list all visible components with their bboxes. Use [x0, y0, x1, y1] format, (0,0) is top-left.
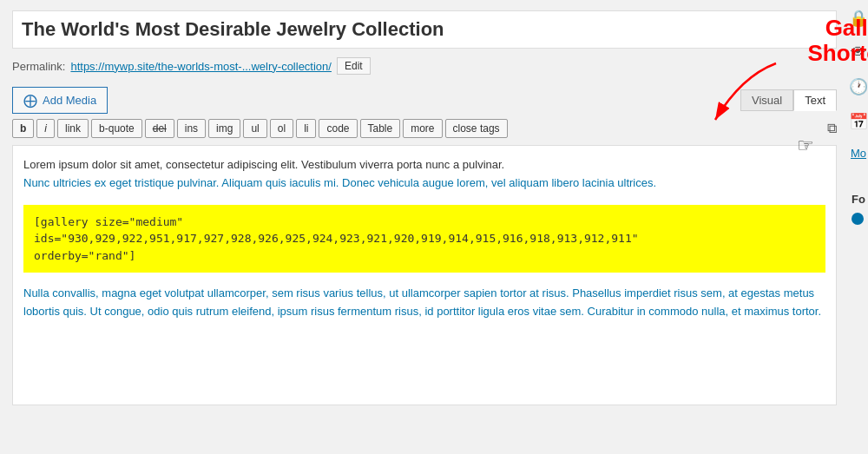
format-code[interactable]: code — [319, 119, 357, 138]
post-title-input[interactable] — [12, 10, 837, 49]
editor-area[interactable]: Lorem ipsum dolor sit amet, consectetur … — [12, 145, 837, 405]
add-media-icon: ⨁ — [23, 92, 37, 109]
eye-icon[interactable]: 👁 — [851, 43, 866, 62]
tab-text[interactable]: Text — [793, 89, 837, 111]
format-close-tags[interactable]: close tags — [445, 119, 508, 138]
para1-normal-text: Lorem ipsum dolor sit amet, consectetur … — [23, 158, 504, 171]
permalink-label: Permalink: — [12, 60, 65, 73]
calendar-icon[interactable]: 📅 — [849, 112, 868, 131]
radio-selected[interactable] — [852, 213, 864, 225]
editor-paragraph-2: Nulla convallis, magna eget volutpat ull… — [23, 285, 825, 321]
format-img[interactable]: img — [208, 119, 240, 138]
add-media-label: Add Media — [43, 94, 96, 107]
format-ins[interactable]: ins — [177, 119, 206, 138]
permalink-row: Permalink: https://mywp.site/the-worlds-… — [12, 57, 837, 75]
format-bar: b i link b-quote del ins img ul ol li co… — [12, 119, 837, 138]
right-sidebar-icons: 🔒 👁 🕐 📅 Mo Fo — [849, 0, 868, 454]
radio-row — [852, 213, 865, 225]
toolbar-row: ⨁ Add Media Gallery Shortcode Visual — [12, 87, 837, 114]
para1-blue-text: Nunc ultricies ex eget tristique pulvina… — [23, 176, 656, 189]
format-bquote[interactable]: b-quote — [91, 119, 142, 138]
lock-icon[interactable]: 🔒 — [849, 9, 868, 28]
more-link[interactable]: Mo — [851, 147, 866, 160]
add-media-button[interactable]: ⨁ Add Media — [12, 87, 108, 114]
visual-text-tabs: Visual Text — [740, 89, 837, 111]
tab-visual[interactable]: Visual — [740, 89, 793, 111]
format-del[interactable]: del — [145, 119, 174, 138]
expand-icon[interactable]: ⧉ — [827, 121, 837, 136]
format-table[interactable]: Table — [360, 119, 401, 138]
permalink-edit-button[interactable]: Edit — [337, 57, 371, 75]
format-ol[interactable]: ol — [270, 119, 293, 138]
gallery-shortcode-block[interactable]: [gallery size="medium"ids="930,929,922,9… — [23, 205, 825, 273]
fo-section: Fo — [852, 193, 865, 225]
format-link[interactable]: link — [57, 119, 89, 138]
gallery-shortcode-text: [gallery size="medium"ids="930,929,922,9… — [34, 215, 639, 262]
format-ul[interactable]: ul — [243, 119, 266, 138]
format-more[interactable]: more — [403, 119, 442, 138]
editor-paragraph-1: Lorem ipsum dolor sit amet, consectetur … — [23, 156, 825, 193]
format-italic[interactable]: i — [36, 119, 55, 138]
format-li[interactable]: li — [296, 119, 316, 138]
format-bold[interactable]: b — [12, 119, 34, 138]
para2-text: Nulla convallis, magna eget volutpat ull… — [23, 286, 821, 318]
clock-icon[interactable]: 🕐 — [849, 77, 868, 96]
permalink-link[interactable]: https://mywp.site/the-worlds-most-...wel… — [70, 60, 332, 73]
fo-label: Fo — [852, 193, 865, 206]
